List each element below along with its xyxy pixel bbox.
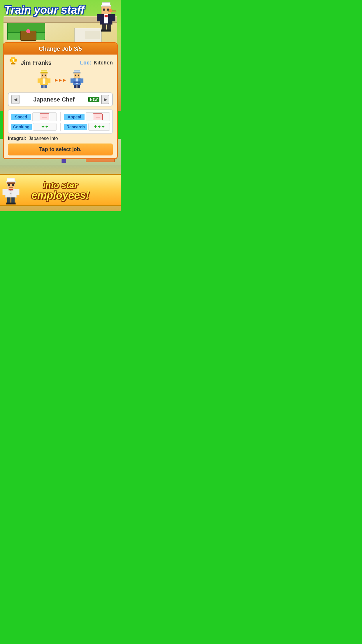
transition-arrows: ▶ ▶ ▶	[55, 78, 66, 82]
job-name: Japanese Chef	[20, 96, 88, 103]
svg-rect-44	[73, 81, 81, 83]
border-bottom	[0, 211, 121, 215]
stat-research-label: Research	[64, 124, 87, 130]
svg-rect-39	[75, 75, 76, 76]
svg-rect-25	[41, 72, 48, 73]
arrow-3: ▶	[63, 78, 66, 82]
integral-value: Japanese Info	[29, 136, 58, 141]
dialog-title: Change Job 3/5	[39, 46, 82, 52]
svg-rect-64	[7, 182, 15, 184]
new-badge: NEW	[88, 97, 99, 102]
current-char-sprite	[37, 70, 51, 88]
rank-icon	[8, 57, 18, 68]
dialog-box: Change Job 3/5	[3, 42, 118, 159]
stat-research: Research ✦✦✦	[64, 123, 110, 131]
stat-appeal-label: Appeal	[64, 114, 85, 120]
svg-rect-10	[109, 9, 112, 12]
stat-cooking-value: ✦✦	[33, 123, 57, 131]
employee-name: Jim Franks	[21, 60, 78, 66]
svg-rect-62	[12, 184, 14, 186]
svg-rect-45	[70, 78, 73, 83]
stat-speed: Speed —	[11, 112, 57, 121]
title-top: Train your staff	[4, 4, 84, 16]
svg-rect-37	[73, 72, 80, 73]
svg-rect-61	[8, 184, 10, 186]
svg-rect-4	[107, 9, 109, 11]
svg-rect-21	[11, 63, 15, 64]
svg-rect-33	[47, 78, 50, 83]
svg-rect-8	[111, 14, 115, 22]
svg-rect-13	[101, 29, 106, 32]
job-prev-button[interactable]: ◀	[11, 95, 20, 104]
integral-row: Integral: Japanese Info	[8, 136, 113, 141]
svg-rect-20	[12, 62, 14, 63]
svg-rect-36	[74, 70, 80, 72]
integral-label: Integral:	[8, 136, 26, 141]
app-screen: Train your staff	[0, 0, 121, 215]
svg-rect-24	[41, 70, 47, 72]
svg-rect-70	[3, 189, 6, 195]
svg-rect-41	[75, 77, 78, 77]
arrow-2: ▶	[59, 78, 62, 82]
stats-row-1: Speed — Appeal —	[11, 112, 110, 121]
chef-character-top	[96, 1, 116, 34]
new-char-sprite	[70, 70, 84, 88]
arrow-1: ▶	[55, 78, 58, 82]
svg-rect-23	[12, 59, 13, 60]
stat-speed-label: Speed	[11, 114, 31, 120]
svg-rect-68	[10, 193, 11, 194]
svg-rect-14	[106, 29, 111, 32]
research-plus-icon: ✦✦✦	[94, 124, 105, 130]
appeal-minus-icon: —	[93, 113, 103, 120]
svg-rect-69	[8, 189, 13, 190]
new-character	[70, 70, 84, 90]
stat-cooking-label: Cooking	[11, 124, 32, 130]
svg-rect-75	[11, 203, 16, 204]
loc-value: Kitchen	[94, 60, 113, 66]
svg-rect-40	[78, 75, 79, 76]
name-location-row: Jim Franks Loc: Kitchen	[8, 57, 113, 68]
current-character	[37, 70, 51, 90]
stat-divider-1	[60, 112, 61, 121]
stat-appeal-value: —	[86, 112, 110, 121]
chef-character-bottom	[1, 178, 20, 206]
svg-rect-18	[10, 59, 11, 62]
svg-rect-63	[9, 187, 13, 188]
job-next-button[interactable]: ▶	[101, 95, 109, 104]
svg-rect-19	[15, 59, 17, 62]
job-selector: ◀ Japanese Chef NEW ▶	[8, 92, 113, 106]
svg-rect-28	[45, 75, 46, 76]
svg-rect-48	[77, 85, 80, 88]
svg-rect-32	[37, 78, 40, 83]
svg-rect-67	[10, 190, 11, 191]
stat-speed-value: —	[32, 112, 57, 121]
svg-rect-34	[41, 85, 43, 88]
loc-label: Loc:	[80, 60, 91, 66]
stat-divider-2	[60, 123, 61, 131]
trophy-icon	[8, 57, 18, 68]
svg-rect-46	[80, 78, 83, 83]
sprites-row: ▶ ▶ ▶	[8, 70, 113, 90]
cooking-plus-icon: ✦✦	[41, 124, 49, 130]
svg-rect-7	[97, 14, 101, 22]
svg-rect-31	[43, 78, 45, 84]
svg-rect-47	[74, 85, 76, 88]
tap-select-label: Tap to select job.	[39, 146, 82, 152]
svg-rect-43	[75, 78, 78, 84]
job-next-icon: ▶	[104, 97, 107, 102]
stat-appeal: Appeal —	[64, 112, 110, 121]
svg-rect-16	[11, 57, 15, 58]
chef-sprite	[96, 1, 116, 32]
dialog-title-bar: Change Job 3/5	[4, 43, 117, 55]
stats-row-2: Cooking ✦✦ Research ✦✦✦	[11, 123, 110, 131]
svg-rect-71	[16, 189, 20, 195]
svg-rect-74	[6, 203, 11, 204]
svg-rect-3	[103, 9, 105, 11]
tap-select-button[interactable]: Tap to select job.	[8, 144, 113, 155]
bottom-char-sprite	[1, 178, 20, 204]
svg-rect-58	[7, 178, 15, 181]
dialog-content: Jim Franks Loc: Kitchen	[4, 55, 117, 158]
svg-rect-29	[43, 77, 45, 77]
svg-rect-15	[105, 15, 108, 17]
stat-research-value: ✦✦✦	[88, 123, 110, 131]
